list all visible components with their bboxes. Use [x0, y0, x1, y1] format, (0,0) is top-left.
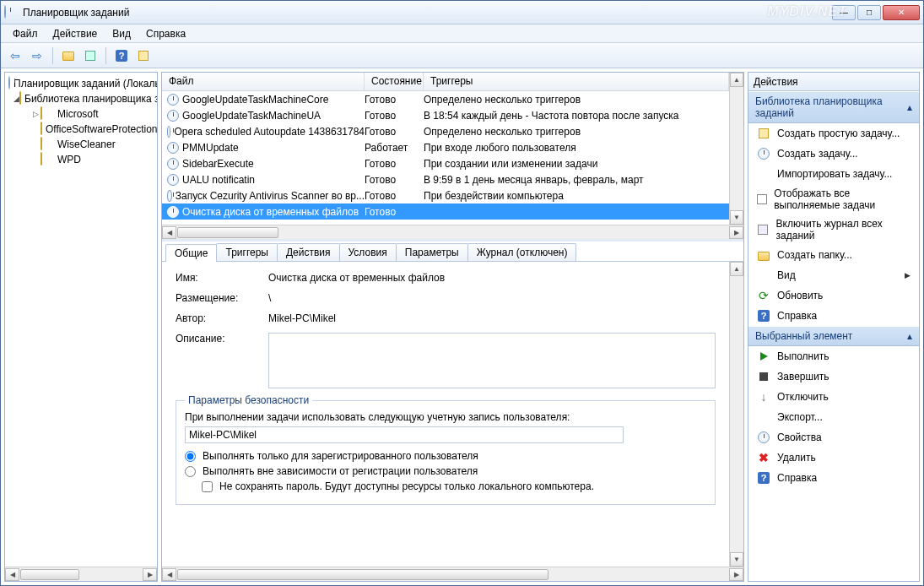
check-no-password[interactable]	[202, 481, 213, 492]
maximize-button[interactable]: □	[857, 5, 881, 20]
scroll-up-button[interactable]: ▲	[730, 73, 743, 87]
col-file[interactable]: Файл	[162, 73, 365, 90]
help-icon: ?	[757, 309, 770, 323]
action-delete[interactable]: ✖Удалить	[748, 448, 919, 468]
action-create-task[interactable]: Создать задачу...	[748, 144, 919, 164]
scroll-down-button[interactable]: ▼	[730, 210, 743, 225]
action-enable-history[interactable]: Включить журнал всех заданий	[748, 214, 919, 245]
task-list[interactable]: GoogleUpdateTaskMachineCoreГотовоОпредел…	[162, 91, 729, 225]
panes-icon	[85, 51, 95, 61]
panes-button[interactable]	[81, 46, 100, 65]
tab-settings[interactable]: Параметры	[396, 243, 468, 261]
scroll-track[interactable]	[176, 568, 729, 581]
details-hscroll[interactable]: ◀ ▶	[162, 567, 743, 581]
tab-history[interactable]: Журнал (отключен)	[467, 243, 577, 261]
scroll-thumb[interactable]	[177, 227, 278, 238]
tree-root-label: Планировщик заданий (Локальный)	[14, 78, 157, 90]
radio-logged-on[interactable]	[185, 451, 196, 462]
details-vscroll[interactable]: ▲ ▼	[729, 262, 743, 567]
scroll-right-button[interactable]: ▶	[729, 568, 743, 581]
task-row[interactable]: GoogleUpdateTaskMachineUAГотовоВ 18:54 к…	[162, 107, 729, 123]
tree-item-wisecleaner[interactable]: WiseCleaner	[5, 137, 157, 152]
action-properties[interactable]: Свойства	[748, 427, 919, 448]
list-icon	[757, 193, 767, 206]
actions-section-library[interactable]: Библиотека планировщика заданий ▴	[748, 91, 919, 123]
preview-button[interactable]	[134, 46, 153, 65]
tab-triggers[interactable]: Триггеры	[216, 243, 278, 261]
scroll-track[interactable]	[730, 87, 743, 210]
col-triggers[interactable]: Триггеры	[424, 73, 729, 90]
scroll-down-button[interactable]: ▼	[730, 552, 743, 567]
tab-conditions[interactable]: Условия	[339, 243, 397, 261]
menu-view[interactable]: Вид	[105, 26, 138, 41]
up-button[interactable]	[59, 46, 78, 65]
main-area: Планировщик заданий (Локальный) ◢ Библио…	[1, 68, 923, 585]
expand-icon[interactable]: ◢	[14, 95, 19, 103]
value-location: \	[268, 292, 716, 304]
minimize-button[interactable]: —	[832, 5, 856, 20]
tree-root[interactable]: Планировщик заданий (Локальный)	[5, 76, 157, 91]
scroll-left-button[interactable]: ◀	[162, 568, 176, 581]
tree-item-microsoft[interactable]: ▷ Microsoft	[5, 106, 157, 122]
action-disable[interactable]: ↓Отключить	[748, 387, 919, 407]
list-hscroll[interactable]: ◀ ▶	[162, 225, 743, 239]
action-end[interactable]: Завершить	[748, 366, 919, 387]
action-help-selected[interactable]: ?Справка	[748, 468, 919, 488]
radio-any[interactable]	[185, 466, 196, 477]
scroll-track[interactable]	[730, 276, 743, 552]
tab-actions[interactable]: Действия	[277, 243, 340, 261]
scroll-track[interactable]	[176, 226, 729, 239]
scroll-right-button[interactable]: ▶	[143, 568, 157, 581]
expand-icon[interactable]: ▷	[30, 110, 41, 118]
scroll-thumb[interactable]	[20, 569, 79, 580]
action-new-folder[interactable]: Создать папку...	[748, 245, 919, 265]
action-export[interactable]: Экспорт...	[748, 407, 919, 427]
security-title: Параметры безопасности	[185, 394, 312, 406]
tab-general[interactable]: Общие	[165, 244, 217, 262]
forward-button[interactable]: ⇨	[28, 46, 46, 65]
task-row[interactable]: UALU notificatinГотовоВ 9:59 в 1 день ме…	[162, 171, 729, 187]
col-state[interactable]: Состояние	[365, 73, 424, 90]
actions-body: Библиотека планировщика заданий ▴ Создат…	[748, 91, 919, 581]
action-run[interactable]: Выполнить	[748, 346, 919, 366]
scroll-up-button[interactable]: ▲	[730, 262, 743, 276]
scroll-left-button[interactable]: ◀	[5, 568, 19, 581]
action-create-basic-task[interactable]: Создать простую задачу...	[748, 123, 919, 144]
task-row[interactable]: GoogleUpdateTaskMachineCoreГотовоОпредел…	[162, 91, 729, 107]
scroll-left-button[interactable]: ◀	[162, 226, 176, 239]
task-state: Готово	[365, 94, 424, 106]
task-row[interactable]: PMMUpdateРаботаетПри входе любого пользо…	[162, 139, 729, 155]
action-import-task[interactable]: Импортировать задачу...	[748, 164, 919, 184]
scroll-track[interactable]	[19, 568, 143, 581]
tree-hscroll[interactable]: ◀ ▶	[5, 567, 157, 581]
collapse-icon: ▴	[907, 101, 912, 113]
action-refresh[interactable]: ⟳Обновить	[748, 285, 919, 306]
action-view[interactable]: Вид▶	[748, 265, 919, 285]
menu-file[interactable]: Файл	[6, 26, 45, 41]
actions-section-selected[interactable]: Выбранный элемент ▴	[748, 326, 919, 346]
titlebar[interactable]: Планировщик заданий MYDIV.NET — □ ✕	[1, 1, 923, 24]
menu-action[interactable]: Действие	[46, 26, 105, 41]
back-button[interactable]: ⇦	[6, 46, 24, 65]
task-row[interactable]: Opera scheduled Autoupdate 1438631784Гот…	[162, 123, 729, 139]
task-icon	[167, 190, 172, 202]
tree-library[interactable]: ◢ Библиотека планировщика заданий	[5, 91, 157, 106]
action-help[interactable]: ?Справка	[748, 306, 919, 326]
help-button[interactable]: ?	[112, 46, 131, 65]
task-row[interactable]: Очистка диска от временных файловГотово	[162, 203, 729, 220]
scroll-thumb[interactable]	[177, 569, 548, 580]
tree-item-wpd[interactable]: WPD	[5, 152, 157, 167]
security-fieldset: Параметры безопасности При выполнении за…	[176, 400, 716, 505]
toolbar: ⇦ ⇨ ?	[1, 43, 923, 68]
task-row[interactable]: Запуск Cezurity Antivirus Scanner во вр.…	[162, 187, 729, 203]
tree-item-osp[interactable]: OfficeSoftwareProtectionPlatform	[5, 122, 157, 137]
action-show-running[interactable]: Отображать все выполняемые задачи	[748, 184, 919, 214]
list-vscroll[interactable]: ▲ ▼	[729, 73, 743, 225]
description-textarea[interactable]	[268, 333, 716, 388]
menu-help[interactable]: Справка	[139, 26, 192, 41]
wizard-icon	[757, 127, 770, 140]
scroll-right-button[interactable]: ▶	[729, 226, 743, 239]
close-button[interactable]: ✕	[883, 5, 920, 20]
task-row[interactable]: SidebarExecuteГотовоПри создании или изм…	[162, 155, 729, 171]
task-icon	[167, 174, 179, 186]
